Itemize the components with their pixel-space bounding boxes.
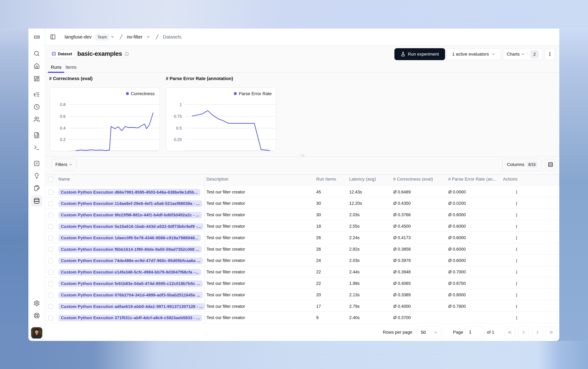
svg-text:0.25: 0.25 [174, 137, 182, 142]
svg-text:0.2: 0.2 [60, 137, 66, 142]
svg-text:0.4: 0.4 [60, 126, 66, 131]
svg-text:Parse Error Rate: Parse Error Rate [239, 91, 272, 96]
svg-text:1: 1 [180, 102, 182, 107]
svg-text:0.6: 0.6 [60, 114, 66, 119]
svg-text:0.5: 0.5 [176, 126, 182, 131]
svg-text:0.8: 0.8 [60, 102, 66, 107]
svg-text:0.75: 0.75 [174, 114, 182, 119]
svg-text:Correctness: Correctness [131, 91, 155, 96]
